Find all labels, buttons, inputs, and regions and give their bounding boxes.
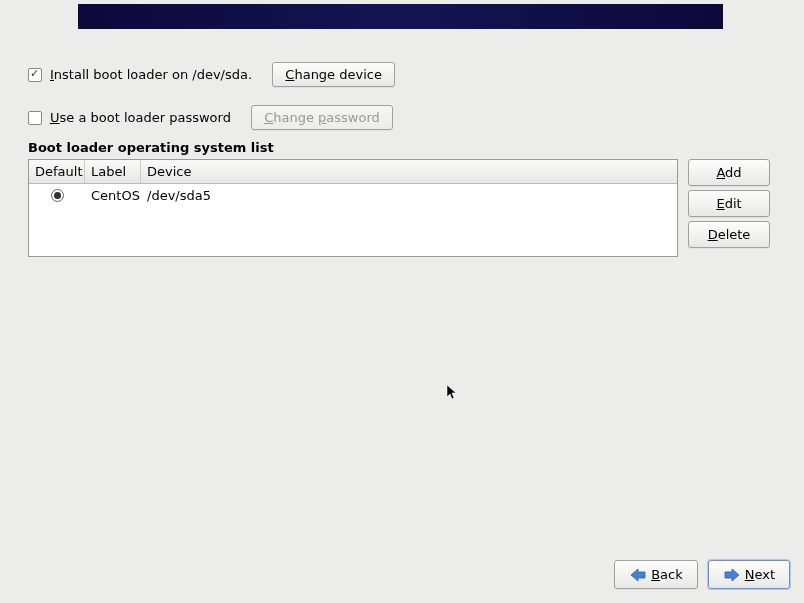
os-table-header: Default Label Device	[29, 160, 677, 184]
mouse-cursor-icon	[446, 384, 460, 402]
col-header-label[interactable]: Label	[85, 160, 141, 183]
arrow-right-icon	[723, 568, 741, 582]
install-bootloader-row: Install boot loader on /dev/sda. Change …	[28, 62, 784, 87]
use-password-label: Use a boot loader password	[50, 110, 231, 125]
main-content: Install boot loader on /dev/sda. Change …	[28, 62, 784, 257]
add-button[interactable]: Add	[688, 159, 770, 186]
os-list-title: Boot loader operating system list	[28, 140, 784, 155]
arrow-left-icon	[629, 568, 647, 582]
row-device-cell: /dev/sda5	[141, 188, 677, 203]
change-password-button: Change password	[251, 105, 393, 130]
install-bootloader-label: Install boot loader on /dev/sda.	[50, 67, 252, 82]
use-password-row: Use a boot loader password Change passwo…	[28, 105, 784, 130]
back-button[interactable]: Back	[614, 560, 698, 589]
default-radio[interactable]	[51, 189, 64, 202]
delete-button[interactable]: Delete	[688, 221, 770, 248]
next-button[interactable]: Next	[708, 560, 790, 589]
row-label-cell: CentOS	[85, 188, 141, 203]
col-header-device[interactable]: Device	[141, 160, 677, 183]
change-device-button[interactable]: Change device	[272, 62, 395, 87]
row-default-cell[interactable]	[29, 189, 85, 202]
side-buttons: Add Edit Delete	[688, 159, 770, 248]
footer-buttons: Back Next	[614, 560, 790, 589]
use-password-checkbox[interactable]	[28, 111, 42, 125]
header-banner	[78, 4, 723, 29]
edit-button[interactable]: Edit	[688, 190, 770, 217]
os-table: Default Label Device CentOS /dev/sda5	[28, 159, 678, 257]
os-table-area: Default Label Device CentOS /dev/sda5 Ad…	[28, 159, 784, 257]
table-row[interactable]: CentOS /dev/sda5	[29, 184, 677, 206]
col-header-default[interactable]: Default	[29, 160, 85, 183]
install-bootloader-checkbox[interactable]	[28, 68, 42, 82]
